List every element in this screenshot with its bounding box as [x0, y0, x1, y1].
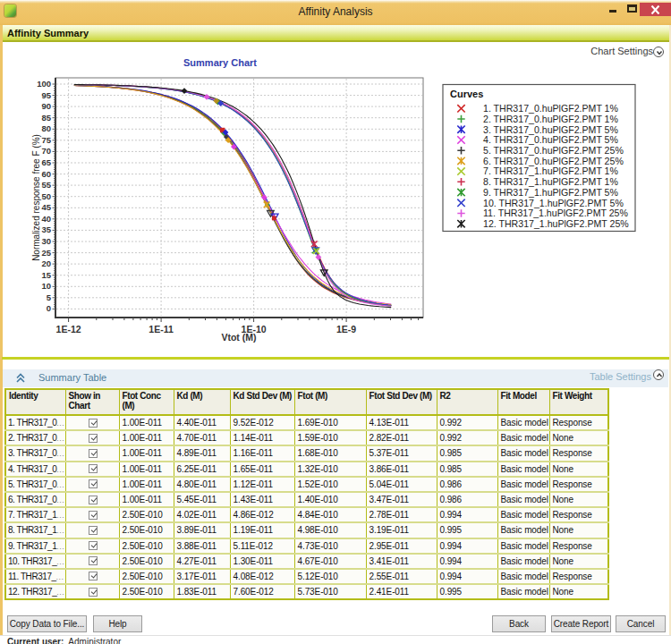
svg-text:5. THR317_0.huPlGF2.PMT 25%: 5. THR317_0.huPlGF2.PMT 25%	[483, 145, 624, 156]
svg-text:1E-9: 1E-9	[336, 324, 356, 335]
svg-text:25: 25	[41, 248, 51, 258]
svg-text:1. THR317_0.huPlGF2.PMT 1%: 1. THR317_0.huPlGF2.PMT 1%	[483, 103, 619, 114]
svg-text:Normalized response free F (%): Normalized response free F (%)	[31, 134, 41, 261]
svg-text:95: 95	[41, 90, 51, 100]
svg-text:90: 90	[41, 101, 51, 111]
svg-text:8. THR317_1.huPlGF2.PMT 1%: 8. THR317_1.huPlGF2.PMT 1%	[483, 176, 619, 187]
svg-text:5: 5	[47, 292, 52, 302]
svg-text:10. THR317_1.huPlGF2.PMT 5%: 10. THR317_1.huPlGF2.PMT 5%	[483, 198, 624, 208]
svg-text:65: 65	[41, 157, 51, 167]
svg-text:15: 15	[41, 270, 51, 280]
svg-text:4. THR317_0.huPlGF2.PMT 5%: 4. THR317_0.huPlGF2.PMT 5%	[483, 134, 619, 145]
svg-text:12. THR317_1.huPlGF2.PMT 25%: 12. THR317_1.huPlGF2.PMT 25%	[483, 218, 629, 229]
svg-text:55: 55	[41, 180, 51, 190]
svg-text:40: 40	[41, 214, 51, 224]
svg-text:2. THR317_0.huPlGF2.PMT 1%: 2. THR317_0.huPlGF2.PMT 1%	[483, 114, 619, 124]
svg-text:50: 50	[41, 191, 51, 201]
svg-text:30: 30	[41, 236, 51, 246]
svg-text:85: 85	[41, 113, 51, 123]
svg-text:11. THR317_1.huPlGF2.PMT 25%: 11. THR317_1.huPlGF2.PMT 25%	[483, 208, 629, 218]
svg-text:0: 0	[47, 303, 51, 313]
svg-text:Curves: Curves	[450, 89, 483, 99]
svg-text:1E-11: 1E-11	[149, 324, 174, 335]
svg-text:60: 60	[41, 169, 51, 179]
svg-text:9. THR317_1.huPlGF2.PMT 5%: 9. THR317_1.huPlGF2.PMT 5%	[483, 187, 619, 198]
svg-text:100: 100	[37, 79, 51, 89]
svg-text:3. THR317_0.huPlGF2.PMT 5%: 3. THR317_0.huPlGF2.PMT 5%	[483, 124, 619, 135]
svg-text:Vtot (M): Vtot (M)	[221, 332, 256, 343]
svg-text:Summary Chart: Summary Chart	[183, 57, 257, 68]
svg-text:70: 70	[41, 146, 51, 156]
svg-text:35: 35	[41, 225, 51, 234]
svg-text:10: 10	[41, 281, 51, 291]
svg-text:80: 80	[41, 123, 51, 133]
svg-text:45: 45	[41, 202, 51, 212]
svg-text:1E-12: 1E-12	[56, 324, 81, 335]
svg-text:7. THR317_1.huPlGF2.PMT 1%: 7. THR317_1.huPlGF2.PMT 1%	[483, 165, 619, 176]
svg-text:75: 75	[41, 135, 51, 145]
svg-text:20: 20	[41, 258, 51, 268]
svg-text:6. THR317_0.huPlGF2.PMT 25%: 6. THR317_0.huPlGF2.PMT 25%	[483, 156, 624, 166]
